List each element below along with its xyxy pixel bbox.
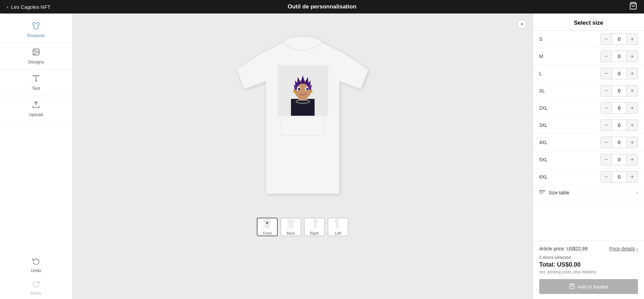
- svg-point-22: [306, 88, 308, 90]
- view-right[interactable]: Right: [304, 218, 325, 236]
- add-basket-button[interactable]: Add to basket: [539, 279, 638, 294]
- view-front[interactable]: Front: [257, 218, 278, 236]
- upload-label: Upload: [29, 112, 43, 117]
- article-price: Article price: US$22.99: [539, 246, 587, 251]
- size-label-m: M: [539, 54, 556, 59]
- stepper-plus-6xl[interactable]: +: [627, 171, 638, 182]
- total-row: Total: US$0.00: [539, 261, 638, 268]
- back-button[interactable]: ‹ Les Cagoles NFT: [7, 4, 51, 10]
- add-basket-label: Add to basket: [578, 284, 609, 290]
- close-icon: ×: [520, 21, 523, 27]
- view-left[interactable]: Left: [328, 218, 348, 236]
- stepper-plus-3xl[interactable]: +: [627, 120, 638, 131]
- size-stepper-s: − +: [601, 33, 638, 45]
- size-row-4xl: 4XL − +: [533, 134, 644, 151]
- size-row-2xl: 2XL − +: [533, 100, 644, 117]
- stepper-minus-xl[interactable]: −: [601, 85, 612, 96]
- stepper-value-xl[interactable]: [612, 85, 627, 96]
- size-table-row[interactable]: Size table ›: [533, 186, 644, 200]
- products-label: Products: [27, 33, 44, 38]
- undo-icon: [32, 257, 40, 267]
- redo-label: Redo: [31, 291, 41, 296]
- size-stepper-6xl: − +: [601, 171, 638, 183]
- size-stepper-m: − +: [601, 51, 638, 62]
- svg-point-21: [298, 88, 300, 90]
- topbar: ‹ Les Cagoles NFT Outil de personnalisat…: [0, 0, 644, 13]
- stepper-value-5xl[interactable]: [612, 154, 627, 165]
- design-image[interactable]: [277, 64, 329, 116]
- stepper-minus-2xl[interactable]: −: [601, 103, 612, 113]
- stepper-minus-m[interactable]: −: [601, 51, 612, 62]
- size-label-l: L: [539, 71, 556, 76]
- cart-icon[interactable]: [629, 2, 637, 12]
- panel-header: Select size: [533, 13, 644, 31]
- sidebar-item-text[interactable]: Text: [0, 70, 72, 96]
- stepper-plus-5xl[interactable]: +: [627, 154, 638, 165]
- svg-rect-26: [539, 190, 545, 191]
- stepper-minus-6xl[interactable]: −: [601, 171, 612, 182]
- size-stepper-2xl: − +: [601, 102, 638, 114]
- stepper-value-3xl[interactable]: [612, 120, 627, 131]
- canvas-area: ×: [72, 13, 533, 299]
- tshirt-container[interactable]: [218, 24, 387, 213]
- svg-point-23: [293, 90, 295, 92]
- price-details-chevron-icon: ›: [636, 246, 638, 251]
- topbar-title: Outil de personnalisation: [287, 3, 356, 10]
- size-table-icon: [539, 190, 545, 196]
- close-button[interactable]: ×: [517, 20, 527, 29]
- sidebar-item-products[interactable]: Products: [0, 17, 72, 43]
- stepper-value-6xl[interactable]: [612, 171, 627, 182]
- svg-rect-27: [539, 192, 544, 193]
- svg-point-24: [310, 90, 312, 92]
- size-stepper-5xl: − +: [601, 154, 638, 165]
- svg-rect-25: [266, 222, 268, 224]
- svg-point-2: [34, 50, 35, 51]
- redo-icon: [32, 280, 40, 289]
- price-row: Article price: US$22.99 Price details ›: [539, 246, 638, 251]
- price-details-label: Price details: [609, 246, 635, 251]
- products-icon: [32, 22, 40, 32]
- stepper-plus-s[interactable]: +: [627, 34, 638, 45]
- redo-button[interactable]: Redo: [0, 276, 72, 299]
- sidebar-item-upload[interactable]: Upload: [0, 96, 72, 122]
- stepper-value-s[interactable]: [612, 34, 627, 45]
- undo-label: Undo: [31, 268, 41, 273]
- back-thumb-icon: [286, 219, 296, 230]
- size-rows: S − + M − + L − + XL −: [533, 31, 644, 186]
- stepper-minus-5xl[interactable]: −: [601, 154, 612, 165]
- text-label: Text: [32, 86, 40, 91]
- size-label-4xl: 4XL: [539, 140, 556, 145]
- sidebar-item-designs[interactable]: Designs: [0, 43, 72, 70]
- stepper-minus-s[interactable]: −: [601, 34, 612, 45]
- stepper-plus-m[interactable]: +: [627, 51, 638, 62]
- size-row-5xl: 5XL − +: [533, 151, 644, 168]
- size-row-xl: XL − +: [533, 82, 644, 100]
- undo-button[interactable]: Undo: [0, 254, 72, 276]
- stepper-plus-2xl[interactable]: +: [627, 103, 638, 113]
- size-stepper-4xl: − +: [601, 137, 638, 148]
- size-row-3xl: 3XL − +: [533, 117, 644, 134]
- stepper-plus-4xl[interactable]: +: [627, 137, 638, 148]
- svg-rect-28: [539, 193, 543, 194]
- stepper-minus-3xl[interactable]: −: [601, 120, 612, 131]
- upload-icon: [32, 101, 40, 111]
- designs-icon: [32, 48, 40, 58]
- right-thumb-icon: [310, 219, 319, 230]
- stepper-value-m[interactable]: [612, 51, 627, 62]
- stepper-minus-l[interactable]: −: [601, 68, 612, 79]
- stepper-plus-l[interactable]: +: [627, 68, 638, 79]
- left-sidebar: Products Designs Text: [0, 13, 72, 299]
- main-layout: Products Designs Text: [0, 13, 644, 299]
- bottom-panel: Article price: US$22.99 Price details › …: [533, 241, 644, 299]
- stepper-value-l[interactable]: [612, 68, 627, 79]
- stepper-value-2xl[interactable]: [612, 103, 627, 113]
- size-row-6xl: 6XL − +: [533, 168, 644, 186]
- stepper-value-4xl[interactable]: [612, 137, 627, 148]
- stepper-minus-4xl[interactable]: −: [601, 137, 612, 148]
- price-details-link[interactable]: Price details ›: [609, 246, 638, 251]
- size-table-chevron-icon: ›: [636, 190, 638, 196]
- stepper-plus-xl[interactable]: +: [627, 85, 638, 96]
- designs-label: Designs: [28, 59, 44, 64]
- view-back[interactable]: Back: [280, 218, 301, 236]
- left-thumb-icon: [333, 219, 343, 230]
